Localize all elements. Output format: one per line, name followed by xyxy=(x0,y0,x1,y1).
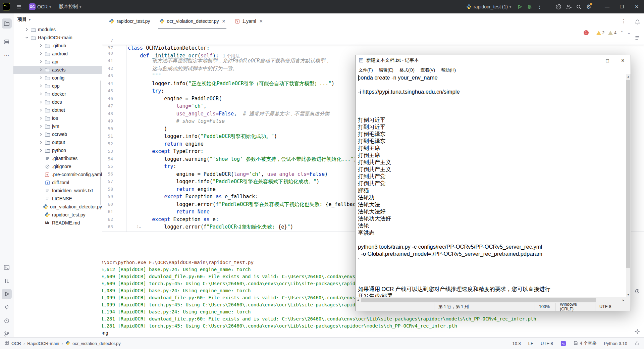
problems-icon[interactable] xyxy=(2,316,12,326)
structure-icon[interactable] xyxy=(2,37,12,47)
tree-item-cliff.toml[interactable]: T cliff.toml xyxy=(13,179,102,187)
scroll-down-arrow-icon[interactable]: ▼ xyxy=(627,293,630,296)
debug-button[interactable] xyxy=(525,2,535,12)
tree-item-RapidOCR-main[interactable]: RapidOCR-main xyxy=(13,34,102,42)
scroll-right-arrow-icon[interactable]: ► xyxy=(622,299,625,302)
notepad-menu-item[interactable]: 帮助(H) xyxy=(438,67,459,73)
tree-item-README.md[interactable]: M README.md xyxy=(13,219,102,227)
ai-sparkle-icon[interactable] xyxy=(633,327,642,336)
tree-item-.github[interactable]: .github xyxy=(13,42,102,50)
tree-item-android[interactable]: android xyxy=(13,50,102,58)
caret-position[interactable]: 10:8 xyxy=(512,341,521,346)
close-icon[interactable]: ✕ xyxy=(222,19,225,24)
editor-actions-menu-icon[interactable] xyxy=(633,34,642,42)
tree-item-output[interactable]: output xyxy=(13,138,102,146)
chevron-right-icon[interactable] xyxy=(38,51,44,56)
vcs-update-icon[interactable] xyxy=(2,276,12,286)
chevron-right-icon[interactable] xyxy=(38,67,44,72)
settings-gear-icon[interactable]: ⚙ xyxy=(584,2,594,12)
tree-item-docs[interactable]: docs xyxy=(13,98,102,106)
tree-item-.gitignore[interactable]: .gitignore xyxy=(13,162,102,170)
tab-options-kebab-icon[interactable]: ⋮ xyxy=(621,18,627,24)
search-icon[interactable] xyxy=(574,2,584,12)
editor-tab-rapidocr_test.py[interactable]: rapidocr_test.py xyxy=(104,13,155,29)
notepad-titlebar[interactable]: 新建文本文档.txt - 记事本 — □ ✕ xyxy=(356,55,631,66)
chevron-right-icon[interactable] xyxy=(38,43,44,48)
tree-item-jvm[interactable]: jvm xyxy=(13,122,102,130)
scroll-up-arrow-icon[interactable]: ▲ xyxy=(627,75,630,78)
project-icon[interactable] xyxy=(2,18,12,29)
notepad-text-area[interactable]: conda create -n your_env_name -i https:/… xyxy=(356,74,626,297)
main-menu-hamburger-icon[interactable] xyxy=(14,2,24,12)
notepad-menu-item[interactable]: 查看(V) xyxy=(418,67,438,73)
python-packages-icon[interactable] xyxy=(2,302,12,312)
fold-indicator[interactable]: ⁞⌄ xyxy=(137,224,142,229)
tree-item-ocrweb[interactable]: ocrweb xyxy=(13,130,102,138)
chevron-down-icon[interactable]: ▾ xyxy=(29,18,31,21)
tree-item-.gitattributes[interactable]: .gitattributes xyxy=(13,154,102,162)
notepad-close-button[interactable]: ✕ xyxy=(615,55,631,66)
code-line[interactable]: 37 def _initialize_ocr(self): 1 个用法 xyxy=(102,37,644,45)
tree-item-forbidden_words.txt[interactable]: forbidden_words.txt xyxy=(13,187,102,195)
tree-item-api[interactable]: api xyxy=(13,58,102,66)
recent-locations-icon[interactable] xyxy=(633,287,642,296)
chevron-right-icon[interactable] xyxy=(38,76,44,80)
notepad-menu-item[interactable]: 格式(O) xyxy=(396,67,418,73)
chevron-right-icon[interactable] xyxy=(38,116,44,120)
terminal-icon[interactable] xyxy=(2,262,12,272)
window-restore-button[interactable]: ❐ xyxy=(614,0,629,13)
next-problem-chevron-icon[interactable]: ⌄ xyxy=(627,31,631,35)
project-scrollbar[interactable] xyxy=(100,81,101,205)
more-icon[interactable]: ⋯ xyxy=(2,50,12,60)
line-separator[interactable]: LF xyxy=(528,341,533,346)
project-widget[interactable]: OC OCR ▾ xyxy=(25,2,54,12)
tree-item-ios[interactable]: ios xyxy=(13,114,102,122)
editor-tab-ocr_violation_detector.py[interactable]: ocr_violation_detector.py ✕ xyxy=(155,13,230,29)
lingma-plugin-icon[interactable] xyxy=(560,341,566,346)
indent-config[interactable]: 4 个空格 xyxy=(574,340,597,346)
tree-item-config[interactable]: config xyxy=(13,74,102,82)
scroll-left-arrow-icon[interactable]: ◄ xyxy=(357,299,359,302)
chevron-right-icon[interactable] xyxy=(23,27,30,32)
breadcrumb-project[interactable]: OCR xyxy=(11,341,21,346)
notepad-maximize-button[interactable]: □ xyxy=(600,55,615,66)
vertical-scroll-thumb[interactable] xyxy=(626,80,630,268)
notepad-minimize-button[interactable]: — xyxy=(584,55,600,66)
breadcrumb-folder[interactable]: RapidOCR-main xyxy=(27,341,59,346)
chevron-right-icon[interactable] xyxy=(38,140,44,145)
tree-item-dotnet[interactable]: dotnet xyxy=(13,106,102,114)
inspections-widget[interactable]: 1 2 4 ⌃ ⌄ xyxy=(584,30,631,35)
tree-item-modules[interactable]: modules xyxy=(13,26,102,34)
add-user-icon[interactable] xyxy=(564,2,574,12)
ai-assistant-icon[interactable] xyxy=(553,2,564,12)
chevron-right-icon[interactable] xyxy=(38,84,44,88)
tree-item-docker[interactable]: docker xyxy=(13,90,102,98)
run-button[interactable] xyxy=(515,2,525,12)
horizontal-scroll-thumb[interactable] xyxy=(361,298,596,302)
notifications-bell-icon[interactable] xyxy=(633,17,642,26)
chevron-right-icon[interactable] xyxy=(38,108,44,112)
vcs-widget[interactable]: 版本控制 ▾ xyxy=(56,2,85,12)
python-interpreter[interactable]: Python 3.10 xyxy=(604,341,627,346)
more-actions-kebab-icon[interactable]: ⋮ xyxy=(535,2,545,12)
window-close-button[interactable]: ✕ xyxy=(629,0,644,13)
chevron-right-icon[interactable] xyxy=(38,100,44,104)
chevron-right-icon[interactable] xyxy=(38,148,44,153)
code-line[interactable]: 7 class OCRViolationDetector: xyxy=(102,29,644,37)
chevron-right-icon[interactable] xyxy=(38,59,44,64)
close-icon[interactable]: ✕ xyxy=(259,19,263,24)
breadcrumb-file[interactable]: ocr_violation_detector.py xyxy=(72,341,121,346)
tree-item-cpp[interactable]: cpp xyxy=(13,82,102,90)
tree-item-rapidocr_test.py[interactable]: rapidocr_test.py xyxy=(13,211,102,219)
chevron-right-icon[interactable] xyxy=(38,124,44,129)
chevron-down-icon[interactable] xyxy=(23,35,30,40)
tree-item-ocr_violation_detector.py[interactable]: ocr_violation_detector.py xyxy=(13,203,102,211)
tree-item-LICENSE[interactable]: LICENSE xyxy=(13,195,102,203)
run-icon[interactable] xyxy=(2,289,12,299)
file-encoding[interactable]: UTF-8 xyxy=(541,341,553,346)
notepad-menu-item[interactable]: 编辑(E) xyxy=(376,67,396,73)
unlock-icon[interactable] xyxy=(635,341,639,346)
run-config-selector[interactable]: rapidocr_test (1) ▾ xyxy=(463,2,515,12)
tree-item-python[interactable]: python xyxy=(13,146,102,154)
notepad-menu-item[interactable]: 文件(F) xyxy=(356,67,376,73)
